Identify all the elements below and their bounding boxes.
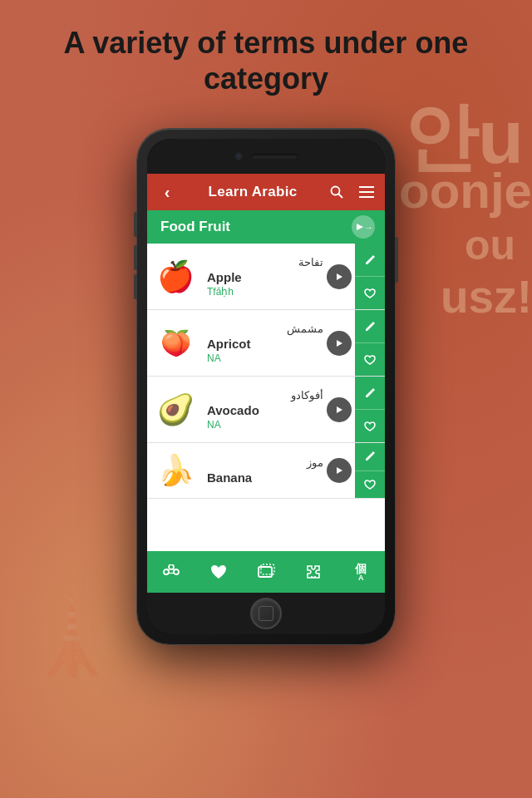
apricot-content: مشمش Apricot NA [204,310,327,376]
apricot-favorite-button[interactable] [355,342,385,376]
apple-icon: 🍎 [147,244,204,309]
apple-edit-button[interactable] [355,244,385,276]
bottom-nav-characters[interactable]: 個 A [342,554,379,590]
banana-emoji: 🍌 [155,450,196,491]
search-icon[interactable] [325,180,348,204]
apple-favorite-button[interactable] [355,276,385,309]
apple-play-area [327,244,355,309]
apple-emoji: 🍎 [155,256,196,298]
svg-point-11 [174,569,179,574]
characters-icon-label: 個 [355,563,367,574]
play-all-button[interactable]: → [352,215,375,239]
earpiece-speaker [252,154,298,159]
apple-arabic: تفاحة [207,256,323,268]
bottom-nav-puzzle[interactable] [295,554,332,590]
navigation-bar: ‹ Learn Arabic [147,174,385,210]
apricot-phonetic: NA [207,352,323,364]
apricot-icon: 🍑 [147,310,204,376]
apple-side-actions [355,244,385,309]
vocabulary-list: 🍎 تفاحة Apple Tfāḥh [147,244,385,551]
headline: A variety of terms under one category [0,25,532,96]
menu-icon[interactable] [355,180,378,204]
svg-line-1 [339,195,342,198]
deco-eiffel: 🗼 [25,598,118,673]
avocado-play-button[interactable] [327,397,352,422]
banana-play-area [327,443,355,498]
banana-content: موز Banana [204,443,327,498]
deco-bonjour: oonje [399,166,532,216]
avocado-english: Avocado [207,403,323,417]
svg-marker-5 [357,224,363,230]
banana-english: Banana [207,470,323,485]
avocado-arabic: أفوكادو [207,389,323,401]
vocab-row-apple: 🍎 تفاحة Apple Tfāḥh [147,244,385,310]
avocado-emoji: 🥑 [155,389,196,431]
svg-line-14 [173,569,175,571]
app-screen: ‹ Learn Arabic [147,174,385,593]
deco-usz: usz! [441,274,532,320]
avocado-side-actions [355,377,385,442]
avocado-icon: 🥑 [147,377,204,442]
apricot-edit-button[interactable] [355,310,385,342]
front-camera [235,153,242,160]
phone-outer: ‹ Learn Arabic [137,129,395,644]
phone-home-area [147,593,385,634]
banana-edit-button[interactable] [355,443,385,470]
avocado-favorite-button[interactable] [355,409,385,442]
avocado-phonetic: NA [207,419,323,431]
apple-phonetic: Tfāḥh [207,286,323,298]
vocab-row-apricot: 🍑 مشمش Apricot NA [147,310,385,377]
category-header: Food Fruit → [147,210,385,244]
vocab-row-avocado: 🥑 أفوكادو Avocado NA [147,377,385,443]
apricot-emoji: 🍑 [155,323,196,364]
home-button-inner [259,606,273,621]
apricot-arabic: مشمش [207,323,323,335]
svg-marker-8 [337,406,342,413]
nav-title: Learn Arabic [180,184,325,200]
category-title: Food Fruit [160,219,230,235]
svg-marker-9 [337,467,342,474]
back-button[interactable]: ‹ [154,179,180,205]
bottom-nav-favorites[interactable] [200,554,237,590]
apple-english: Apple [207,270,323,284]
banana-play-button[interactable] [327,458,352,483]
apricot-play-area [327,310,355,376]
home-button[interactable] [250,598,282,629]
svg-line-13 [168,569,170,571]
nav-icons-group [325,180,378,204]
svg-marker-7 [337,340,342,347]
apricot-play-button[interactable] [327,331,352,356]
phone-screen-container: ‹ Learn Arabic [147,139,385,634]
avocado-edit-button[interactable] [355,377,385,409]
apricot-side-actions [355,310,385,376]
bottom-nav-browse[interactable] [153,554,190,590]
vocab-row-banana: 🍌 موز Banana [147,443,385,499]
apple-content: تفاحة Apple Tfāḥh [204,244,327,309]
avocado-content: أفوكادو Avocado NA [204,377,327,442]
headline-line2: category [204,62,328,96]
phone-device: ‹ Learn Arabic [137,129,395,644]
banana-favorite-button[interactable] [355,470,385,499]
svg-point-10 [164,569,169,574]
bottom-nav-flashcards[interactable] [248,554,284,590]
banana-side-actions [355,443,385,498]
apricot-english: Apricot [207,337,323,351]
avocado-play-area [327,377,355,442]
banana-arabic: موز [207,456,323,469]
bottom-navigation: 個 A [147,551,385,593]
banana-icon: 🍌 [147,443,204,498]
deco-vous: ou [465,224,515,266]
headline-line1: A variety of terms under one [64,26,469,60]
apple-play-button[interactable] [327,264,352,289]
phone-top-bar [147,139,385,174]
svg-marker-6 [337,273,342,280]
characters-a-label: A [358,574,364,582]
